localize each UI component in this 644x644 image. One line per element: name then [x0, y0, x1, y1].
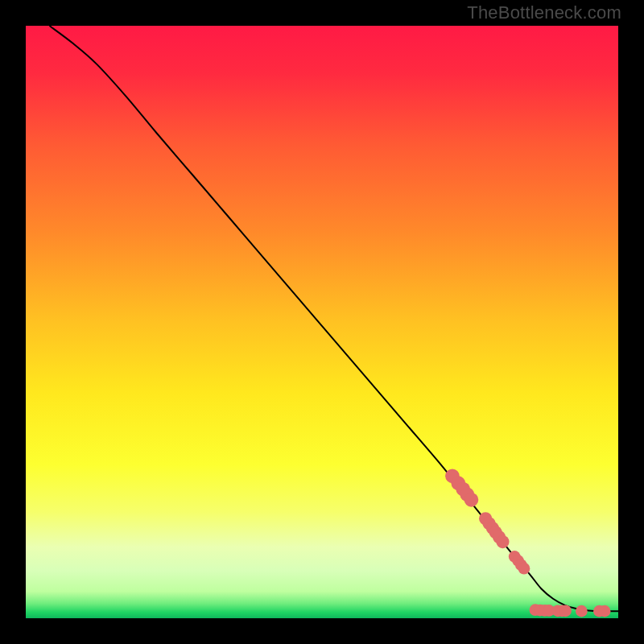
plot-background: [26, 26, 618, 618]
data-marker: [576, 605, 588, 617]
chart-plot: [26, 26, 618, 618]
data-marker: [559, 605, 572, 617]
credit-label: TheBottleneck.com: [467, 2, 621, 23]
data-marker: [464, 493, 479, 507]
data-marker: [496, 535, 509, 548]
data-marker: [599, 605, 611, 617]
data-marker: [518, 563, 530, 575]
chart-container: TheBottleneck.com: [0, 0, 644, 644]
